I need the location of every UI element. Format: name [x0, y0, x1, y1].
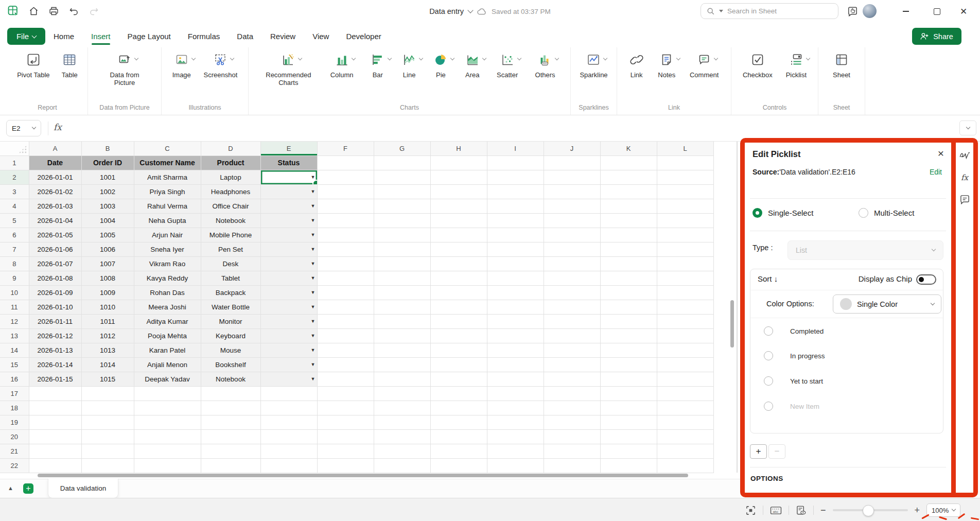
cell-B13[interactable]: 1012 — [81, 328, 134, 343]
cell-C4[interactable]: Rahul Verma — [134, 199, 201, 213]
column-header-A[interactable]: A — [29, 142, 81, 155]
pivot-table-button[interactable]: Pivot Table — [15, 53, 51, 79]
horizontal-scrollbar[interactable] — [38, 474, 688, 477]
cell-K2[interactable] — [600, 170, 657, 184]
comment-panel-icon[interactable] — [959, 194, 970, 205]
column-header-C[interactable]: C — [134, 142, 201, 155]
cell-D21[interactable] — [201, 444, 260, 458]
cell-I15[interactable] — [487, 357, 544, 372]
pie-button[interactable]: Pie — [431, 53, 450, 79]
sparkline-button[interactable]: Sparkline — [577, 53, 609, 79]
edit-source-link[interactable]: Edit — [930, 168, 942, 176]
cell-E18[interactable] — [260, 401, 317, 415]
cell-L7[interactable] — [657, 242, 713, 256]
column-header-K[interactable]: K — [600, 142, 657, 155]
cell-F4[interactable] — [317, 199, 374, 213]
cell-J9[interactable] — [544, 271, 600, 285]
cell-J22[interactable] — [544, 458, 600, 473]
cell-J8[interactable] — [544, 256, 600, 271]
chevron-down-icon[interactable] — [298, 56, 302, 60]
cell-H12[interactable] — [430, 314, 487, 328]
cell-B3[interactable]: 1002 — [81, 184, 134, 199]
cell-F12[interactable] — [317, 314, 374, 328]
picklist-dropdown-icon[interactable]: ▼ — [311, 262, 316, 266]
cell-K16[interactable] — [600, 372, 657, 386]
row-header-18[interactable]: 18 — [0, 401, 29, 415]
cell-G21[interactable] — [374, 444, 430, 458]
row-header-7[interactable]: 7 — [0, 242, 29, 256]
cell-G1[interactable] — [374, 155, 430, 170]
cell-B20[interactable] — [81, 429, 134, 444]
cell-G22[interactable] — [374, 458, 430, 473]
others-button[interactable]: Others — [533, 53, 557, 79]
selection-handle[interactable] — [312, 180, 318, 185]
cell-I9[interactable] — [487, 271, 544, 285]
row-header-12[interactable]: 12 — [0, 314, 29, 328]
tab-formulas[interactable]: Formulas — [188, 32, 220, 41]
cell-B21[interactable] — [81, 444, 134, 458]
cell-C18[interactable] — [134, 401, 201, 415]
link-button[interactable]: Link — [627, 53, 646, 79]
cell-A12[interactable]: 2026-01-11 — [29, 314, 81, 328]
cell-A18[interactable] — [29, 401, 81, 415]
cell-G9[interactable] — [374, 271, 430, 285]
cell-B15[interactable]: 1014 — [81, 357, 134, 372]
column-header-L[interactable]: L — [657, 142, 713, 155]
cell-G7[interactable] — [374, 242, 430, 256]
cell-K17[interactable] — [600, 386, 657, 401]
zoom-slider-thumb[interactable] — [863, 505, 874, 516]
chevron-down-icon[interactable] — [517, 56, 521, 60]
scatter-button[interactable]: Scatter — [495, 53, 520, 79]
cell-J7[interactable] — [544, 242, 600, 256]
cell-B8[interactable]: 1007 — [81, 256, 134, 271]
cell-H6[interactable] — [430, 228, 487, 242]
row-header-6[interactable]: 6 — [0, 228, 29, 242]
cell-B19[interactable] — [81, 415, 134, 429]
cell-K14[interactable] — [600, 343, 657, 357]
cell-J2[interactable] — [544, 170, 600, 184]
cell-D3[interactable]: Headphones — [201, 184, 260, 199]
cell-K6[interactable] — [600, 228, 657, 242]
cell-B18[interactable] — [81, 401, 134, 415]
name-box-chevron-icon[interactable] — [32, 125, 36, 129]
cell-D1[interactable]: Product — [201, 155, 260, 170]
tab-page-layout[interactable]: Page Layout — [128, 32, 171, 41]
cell-G10[interactable] — [374, 285, 430, 300]
cell-L15[interactable] — [657, 357, 713, 372]
cell-F6[interactable] — [317, 228, 374, 242]
cell-B2[interactable]: 1001 — [81, 170, 134, 184]
row-header-4[interactable]: 4 — [0, 199, 29, 213]
cell-A7[interactable]: 2026-01-06 — [29, 242, 81, 256]
cell-D8[interactable]: Desk — [201, 256, 260, 271]
cell-L3[interactable] — [657, 184, 713, 199]
area-button[interactable]: Area — [463, 53, 482, 79]
picklist-dropdown-icon[interactable]: ▼ — [311, 247, 316, 252]
cell-A10[interactable]: 2026-01-09 — [29, 285, 81, 300]
cell-H13[interactable] — [430, 328, 487, 343]
cell-H19[interactable] — [430, 415, 487, 429]
remove-item-button[interactable]: − — [768, 444, 785, 459]
single-select-radio[interactable]: Single-Select — [752, 208, 813, 218]
row-header-1[interactable]: 1 — [0, 155, 29, 170]
item-radio-icon[interactable] — [764, 376, 773, 386]
cell-D9[interactable]: Tablet — [201, 271, 260, 285]
picklist-item-new[interactable]: New Item — [764, 402, 819, 411]
cell-H7[interactable] — [430, 242, 487, 256]
tab-home[interactable]: Home — [54, 32, 74, 41]
zoom-slider[interactable] — [833, 509, 908, 511]
column-header-H[interactable]: H — [430, 142, 487, 155]
cell-B10[interactable]: 1009 — [81, 285, 134, 300]
cell-A14[interactable]: 2026-01-13 — [29, 343, 81, 357]
cell-L9[interactable] — [657, 271, 713, 285]
cell-J20[interactable] — [544, 429, 600, 444]
image-button[interactable]: Image — [170, 53, 193, 79]
cell-E2[interactable]: ▼ — [260, 170, 317, 184]
cell-G11[interactable] — [374, 300, 430, 314]
multi-select-radio[interactable]: Multi-Select — [859, 208, 914, 218]
tab-review[interactable]: Review — [270, 32, 295, 41]
cell-E3[interactable]: ▼ — [260, 184, 317, 199]
cell-F19[interactable] — [317, 415, 374, 429]
cell-L19[interactable] — [657, 415, 713, 429]
cell-B11[interactable]: 1010 — [81, 300, 134, 314]
cell-C7[interactable]: Sneha Iyer — [134, 242, 201, 256]
